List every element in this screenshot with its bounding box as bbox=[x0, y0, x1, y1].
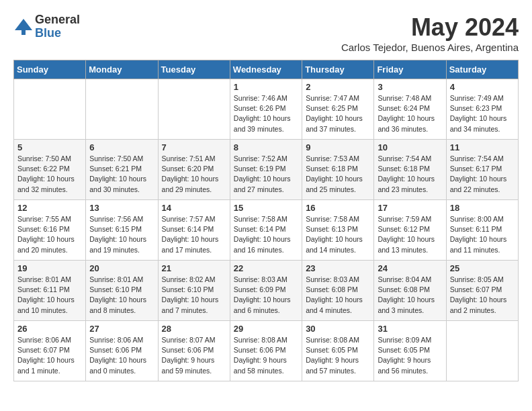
calendar-day: 2Sunrise: 7:47 AM Sunset: 6:25 PM Daylig… bbox=[302, 79, 374, 140]
day-info: Sunrise: 7:49 AM Sunset: 6:23 PM Dayligh… bbox=[450, 93, 515, 134]
day-info: Sunrise: 7:54 AM Sunset: 6:18 PM Dayligh… bbox=[378, 154, 442, 195]
day-number: 31 bbox=[378, 324, 442, 334]
calendar-day: 7Sunrise: 7:51 AM Sunset: 6:20 PM Daylig… bbox=[158, 140, 230, 200]
calendar-day: 28Sunrise: 8:07 AM Sunset: 6:06 PM Dayli… bbox=[158, 321, 230, 381]
day-number: 14 bbox=[162, 203, 226, 213]
day-number: 11 bbox=[450, 142, 515, 152]
day-header-thursday: Thursday bbox=[302, 60, 374, 79]
svg-marker-0 bbox=[15, 19, 32, 30]
day-number: 24 bbox=[378, 263, 442, 273]
day-number: 4 bbox=[450, 82, 515, 92]
calendar-day: 24Sunrise: 8:04 AM Sunset: 6:08 PM Dayli… bbox=[374, 261, 446, 321]
calendar-day: 14Sunrise: 7:57 AM Sunset: 6:14 PM Dayli… bbox=[158, 200, 230, 261]
calendar-week-5: 26Sunrise: 8:06 AM Sunset: 6:07 PM Dayli… bbox=[14, 321, 519, 381]
day-number: 27 bbox=[89, 324, 154, 334]
logo-icon bbox=[13, 17, 34, 37]
day-number: 6 bbox=[89, 142, 154, 152]
calendar-day: 10Sunrise: 7:54 AM Sunset: 6:18 PM Dayli… bbox=[374, 140, 446, 200]
day-number: 3 bbox=[378, 82, 442, 92]
day-number: 13 bbox=[89, 203, 154, 213]
calendar-day: 18Sunrise: 8:00 AM Sunset: 6:11 PM Dayli… bbox=[446, 200, 518, 261]
calendar-week-3: 12Sunrise: 7:55 AM Sunset: 6:16 PM Dayli… bbox=[14, 200, 519, 261]
day-info: Sunrise: 8:06 AM Sunset: 6:06 PM Dayligh… bbox=[89, 335, 154, 376]
day-info: Sunrise: 8:09 AM Sunset: 6:05 PM Dayligh… bbox=[378, 335, 442, 376]
logo-blue: Blue bbox=[35, 27, 80, 40]
calendar-day: 6Sunrise: 7:50 AM Sunset: 6:21 PM Daylig… bbox=[86, 140, 158, 200]
day-header-tuesday: Tuesday bbox=[158, 60, 230, 79]
day-number: 9 bbox=[306, 142, 370, 152]
day-info: Sunrise: 7:57 AM Sunset: 6:14 PM Dayligh… bbox=[162, 214, 226, 255]
calendar-day: 21Sunrise: 8:02 AM Sunset: 6:10 PM Dayli… bbox=[158, 261, 230, 321]
calendar-week-4: 19Sunrise: 8:01 AM Sunset: 6:11 PM Dayli… bbox=[14, 261, 519, 321]
day-number: 18 bbox=[450, 203, 515, 213]
calendar-day: 17Sunrise: 7:59 AM Sunset: 6:12 PM Dayli… bbox=[374, 200, 446, 261]
day-info: Sunrise: 7:47 AM Sunset: 6:25 PM Dayligh… bbox=[306, 93, 370, 134]
day-info: Sunrise: 8:06 AM Sunset: 6:07 PM Dayligh… bbox=[17, 335, 82, 376]
calendar-day: 31Sunrise: 8:09 AM Sunset: 6:05 PM Dayli… bbox=[374, 321, 446, 381]
day-number: 10 bbox=[378, 142, 442, 152]
calendar-day: 27Sunrise: 8:06 AM Sunset: 6:06 PM Dayli… bbox=[86, 321, 158, 381]
day-info: Sunrise: 8:08 AM Sunset: 6:05 PM Dayligh… bbox=[306, 335, 370, 376]
day-info: Sunrise: 7:53 AM Sunset: 6:18 PM Dayligh… bbox=[306, 154, 370, 195]
day-info: Sunrise: 7:50 AM Sunset: 6:22 PM Dayligh… bbox=[17, 154, 82, 195]
day-header-monday: Monday bbox=[86, 60, 158, 79]
calendar-day: 25Sunrise: 8:05 AM Sunset: 6:07 PM Dayli… bbox=[446, 261, 518, 321]
calendar-day bbox=[446, 321, 518, 381]
page-header: General Blue May 2024 Carlos Tejedor, Bu… bbox=[13, 13, 519, 53]
calendar-day: 22Sunrise: 8:03 AM Sunset: 6:09 PM Dayli… bbox=[230, 261, 302, 321]
day-number: 1 bbox=[234, 82, 298, 92]
day-info: Sunrise: 7:46 AM Sunset: 6:26 PM Dayligh… bbox=[234, 93, 298, 134]
day-info: Sunrise: 8:03 AM Sunset: 6:09 PM Dayligh… bbox=[234, 275, 298, 316]
day-number: 12 bbox=[17, 203, 82, 213]
day-info: Sunrise: 7:51 AM Sunset: 6:20 PM Dayligh… bbox=[162, 154, 226, 195]
calendar-day bbox=[14, 79, 86, 140]
day-info: Sunrise: 7:50 AM Sunset: 6:21 PM Dayligh… bbox=[89, 154, 154, 195]
day-info: Sunrise: 8:08 AM Sunset: 6:06 PM Dayligh… bbox=[234, 335, 298, 376]
calendar-day: 23Sunrise: 8:03 AM Sunset: 6:08 PM Dayli… bbox=[302, 261, 374, 321]
calendar-day: 29Sunrise: 8:08 AM Sunset: 6:06 PM Dayli… bbox=[230, 321, 302, 381]
calendar-day bbox=[158, 79, 230, 140]
day-number: 26 bbox=[17, 324, 82, 334]
day-number: 19 bbox=[17, 263, 82, 273]
calendar-week-1: 1Sunrise: 7:46 AM Sunset: 6:26 PM Daylig… bbox=[14, 79, 519, 140]
day-info: Sunrise: 7:58 AM Sunset: 6:14 PM Dayligh… bbox=[234, 214, 298, 255]
calendar-day: 4Sunrise: 7:49 AM Sunset: 6:23 PM Daylig… bbox=[446, 79, 518, 140]
calendar-day: 5Sunrise: 7:50 AM Sunset: 6:22 PM Daylig… bbox=[14, 140, 86, 200]
day-header-friday: Friday bbox=[374, 60, 446, 79]
day-number: 25 bbox=[450, 263, 515, 273]
day-number: 22 bbox=[234, 263, 298, 273]
day-info: Sunrise: 7:54 AM Sunset: 6:17 PM Dayligh… bbox=[450, 154, 515, 195]
calendar-day bbox=[86, 79, 158, 140]
day-number: 2 bbox=[306, 82, 370, 92]
calendar-table: SundayMondayTuesdayWednesdayThursdayFrid… bbox=[13, 60, 519, 381]
day-header-sunday: Sunday bbox=[14, 60, 86, 79]
calendar-day: 19Sunrise: 8:01 AM Sunset: 6:11 PM Dayli… bbox=[14, 261, 86, 321]
day-info: Sunrise: 8:01 AM Sunset: 6:10 PM Dayligh… bbox=[89, 275, 154, 316]
calendar-day: 16Sunrise: 7:58 AM Sunset: 6:13 PM Dayli… bbox=[302, 200, 374, 261]
day-info: Sunrise: 8:05 AM Sunset: 6:07 PM Dayligh… bbox=[450, 275, 515, 316]
day-number: 17 bbox=[378, 203, 442, 213]
day-number: 7 bbox=[162, 142, 226, 152]
day-number: 28 bbox=[162, 324, 226, 334]
day-number: 15 bbox=[234, 203, 298, 213]
calendar-week-2: 5Sunrise: 7:50 AM Sunset: 6:22 PM Daylig… bbox=[14, 140, 519, 200]
day-info: Sunrise: 8:00 AM Sunset: 6:11 PM Dayligh… bbox=[450, 214, 515, 255]
day-number: 20 bbox=[89, 263, 154, 273]
day-info: Sunrise: 7:48 AM Sunset: 6:24 PM Dayligh… bbox=[378, 93, 442, 134]
day-number: 8 bbox=[234, 142, 298, 152]
calendar-day: 13Sunrise: 7:56 AM Sunset: 6:15 PM Dayli… bbox=[86, 200, 158, 261]
day-info: Sunrise: 7:59 AM Sunset: 6:12 PM Dayligh… bbox=[378, 214, 442, 255]
calendar-day: 8Sunrise: 7:52 AM Sunset: 6:19 PM Daylig… bbox=[230, 140, 302, 200]
day-info: Sunrise: 7:58 AM Sunset: 6:13 PM Dayligh… bbox=[306, 214, 370, 255]
day-info: Sunrise: 7:56 AM Sunset: 6:15 PM Dayligh… bbox=[89, 214, 154, 255]
day-info: Sunrise: 7:52 AM Sunset: 6:19 PM Dayligh… bbox=[234, 154, 298, 195]
day-info: Sunrise: 7:55 AM Sunset: 6:16 PM Dayligh… bbox=[17, 214, 82, 255]
title-block: May 2024 Carlos Tejedor, Buenos Aires, A… bbox=[341, 13, 519, 53]
day-number: 29 bbox=[234, 324, 298, 334]
calendar-day: 1Sunrise: 7:46 AM Sunset: 6:26 PM Daylig… bbox=[230, 79, 302, 140]
day-info: Sunrise: 8:03 AM Sunset: 6:08 PM Dayligh… bbox=[306, 275, 370, 316]
calendar-day: 30Sunrise: 8:08 AM Sunset: 6:05 PM Dayli… bbox=[302, 321, 374, 381]
day-info: Sunrise: 8:01 AM Sunset: 6:11 PM Dayligh… bbox=[17, 275, 82, 316]
logo-general: General bbox=[35, 13, 80, 27]
calendar-day: 3Sunrise: 7:48 AM Sunset: 6:24 PM Daylig… bbox=[374, 79, 446, 140]
